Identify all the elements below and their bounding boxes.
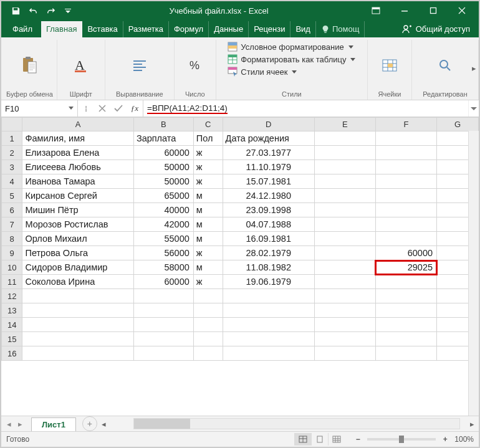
cell[interactable]: 42000	[133, 217, 193, 232]
cell[interactable]	[223, 332, 314, 346]
cell[interactable]: 56000	[133, 246, 193, 260]
row-header[interactable]: 15	[2, 332, 22, 346]
cell[interactable]: Дата рождения	[223, 131, 314, 146]
paste-button[interactable]	[9, 55, 49, 74]
cell[interactable]	[375, 174, 436, 189]
cell[interactable]: 28.02.1979	[223, 246, 314, 260]
cell[interactable]	[314, 303, 375, 318]
cell[interactable]: Петрова Ольга	[22, 246, 133, 260]
cell[interactable]	[314, 232, 375, 246]
sheet-nav-next-icon[interactable]: ▸	[15, 418, 25, 429]
cell[interactable]	[133, 289, 193, 303]
row-header[interactable]: 7	[2, 217, 22, 232]
cell[interactable]	[133, 346, 193, 361]
view-page-layout-icon[interactable]	[311, 433, 328, 446]
cell[interactable]	[223, 289, 314, 303]
cell[interactable]: 16.09.1981	[223, 232, 314, 246]
row-header[interactable]: 10	[2, 260, 22, 275]
cell[interactable]: 50000	[133, 160, 193, 174]
cancel-formula-icon[interactable]	[94, 105, 110, 112]
cell[interactable]: м	[193, 203, 223, 217]
qat-customize-icon[interactable]	[60, 2, 76, 19]
font-button[interactable]: A	[61, 55, 101, 74]
cell[interactable]: Иванова Тамара	[22, 174, 133, 189]
zoom-track[interactable]	[367, 438, 436, 441]
ribbon-display-options-icon[interactable]	[362, 1, 390, 20]
cell[interactable]: ж	[193, 160, 223, 174]
cell[interactable]	[375, 303, 436, 318]
col-header[interactable]: G	[437, 118, 479, 131]
cell[interactable]	[375, 332, 436, 346]
close-button[interactable]	[448, 1, 476, 20]
col-header[interactable]: A	[22, 118, 133, 131]
cell[interactable]	[375, 189, 436, 203]
tab-data[interactable]: Данные	[209, 21, 249, 37]
cell[interactable]	[375, 289, 436, 303]
col-header[interactable]: E	[314, 118, 375, 131]
col-header[interactable]: B	[133, 118, 193, 131]
cell[interactable]: 40000	[133, 203, 193, 217]
editing-button[interactable]	[416, 55, 474, 74]
cell[interactable]: Сидоров Владимир	[22, 260, 133, 275]
cell[interactable]	[193, 303, 223, 318]
cell[interactable]: 24.12.1980	[223, 189, 314, 203]
cell[interactable]: м	[193, 217, 223, 232]
select-all-corner[interactable]	[2, 118, 22, 131]
cell[interactable]	[314, 289, 375, 303]
cell[interactable]: Зарплата	[133, 131, 193, 146]
row-header[interactable]: 1	[2, 131, 22, 146]
cell[interactable]	[193, 346, 223, 361]
cell[interactable]	[133, 318, 193, 332]
row-header[interactable]: 6	[2, 203, 22, 217]
cell[interactable]	[193, 289, 223, 303]
insert-function-button[interactable]: ƒx	[127, 103, 143, 113]
cell[interactable]: 11.08.1982	[223, 260, 314, 275]
cell[interactable]: 60000	[375, 246, 436, 260]
cell[interactable]	[22, 346, 133, 361]
cell[interactable]	[314, 174, 375, 189]
cell-styles-button[interactable]: Стили ячеек	[225, 66, 358, 77]
cell[interactable]	[314, 146, 375, 160]
cell[interactable]: 19.06.1979	[223, 275, 314, 289]
zoom-in-button[interactable]: +	[441, 435, 449, 444]
tab-review[interactable]: Рецензи	[249, 21, 290, 37]
cell[interactable]: 60000	[133, 275, 193, 289]
ribbon-scroll-right-icon[interactable]: ▸	[470, 61, 478, 75]
cell[interactable]	[314, 131, 375, 146]
cell[interactable]	[375, 318, 436, 332]
cell[interactable]	[375, 275, 436, 289]
cell[interactable]	[22, 289, 133, 303]
row-header[interactable]: 9	[2, 246, 22, 260]
zoom-out-button[interactable]: −	[353, 435, 362, 444]
cell[interactable]	[375, 203, 436, 217]
row-header[interactable]: 4	[2, 174, 22, 189]
hscroll-right-icon[interactable]: ▸	[468, 419, 476, 428]
cell[interactable]: ж	[193, 246, 223, 260]
minimize-button[interactable]	[390, 1, 419, 20]
cell[interactable]: Елизарова Елена	[22, 146, 133, 160]
col-header[interactable]: D	[223, 118, 314, 131]
hscroll-left-icon[interactable]: ◂	[100, 419, 108, 428]
formula-input[interactable]: =ВПР(A11;A2:D11;4)	[143, 100, 468, 117]
cell[interactable]: Мишин Пётр	[22, 203, 133, 217]
name-box[interactable]: F10	[1, 100, 78, 117]
cell[interactable]: Соколова Ирина	[22, 275, 133, 289]
cell[interactable]	[314, 246, 375, 260]
format-as-table-button[interactable]: Форматировать как таблицу	[225, 54, 358, 65]
undo-icon[interactable]	[25, 2, 41, 19]
row-header[interactable]: 12	[2, 289, 22, 303]
cell[interactable]	[193, 332, 223, 346]
cell[interactable]: 60000	[133, 146, 193, 160]
cell[interactable]: 50000	[133, 174, 193, 189]
cell[interactable]: м	[193, 189, 223, 203]
cell[interactable]: 23.09.1998	[223, 203, 314, 217]
zoom-slider[interactable]: − + 100%	[353, 435, 474, 444]
save-icon[interactable]	[7, 2, 24, 19]
cell[interactable]	[375, 232, 436, 246]
cell[interactable]: Фамилия, имя	[22, 131, 133, 146]
col-header[interactable]: C	[193, 118, 223, 131]
cell[interactable]	[375, 217, 436, 232]
cell[interactable]: Елисеева Любовь	[22, 160, 133, 174]
tell-me[interactable]: Помощ	[316, 21, 365, 37]
cell[interactable]	[314, 346, 375, 361]
